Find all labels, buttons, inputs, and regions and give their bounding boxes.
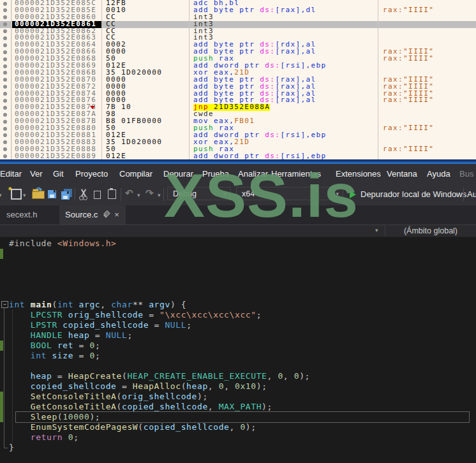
paste-icon[interactable] — [108, 189, 116, 199]
menu-item-extensiones[interactable]: Extensiones — [336, 169, 381, 179]
menu-item-bus[interactable]: Bus — [459, 169, 473, 179]
menu-item-ventana[interactable]: Ventana — [387, 169, 417, 179]
code-line[interactable]: copied_shellcode = HeapAlloc(heap, 0, 0x… — [0, 381, 476, 392]
breakpoint-dot-icon[interactable] — [3, 133, 7, 137]
breakpoint-dot-icon[interactable] — [3, 15, 7, 19]
save-all-icon[interactable] — [61, 191, 70, 200]
code-line[interactable]: return 0; — [0, 432, 476, 443]
instruction-cell: add dword ptr ds:[rsi],ebp — [189, 62, 378, 70]
code-line[interactable] — [0, 259, 476, 269]
menu-item-git[interactable]: Git — [53, 169, 64, 179]
menu-item-analizar[interactable]: Analizar — [238, 169, 268, 179]
menu-item-compilar[interactable]: Compilar — [119, 169, 152, 179]
tab-strip: secext.h Source.c× — [0, 205, 476, 224]
menu-item-herramientas[interactable]: Herramientas — [271, 169, 321, 179]
breakpoint-dot-icon[interactable] — [3, 64, 7, 68]
copy-icon[interactable] — [94, 191, 101, 199]
menu-item-depurar[interactable]: Depurar — [163, 169, 193, 179]
code-token — [9, 341, 31, 350]
new-project-caret-icon[interactable]: ▾ — [23, 192, 26, 198]
breakpoint-dot-icon[interactable] — [3, 113, 7, 117]
breakpoint-dot-icon[interactable] — [3, 22, 7, 26]
code-line[interactable]: int size = 0; — [0, 351, 476, 361]
breakpoint-dot-icon[interactable] — [3, 36, 7, 40]
code-line[interactable] — [0, 279, 476, 290]
cut-icon[interactable] — [78, 189, 88, 199]
redo-caret-icon[interactable]: ▾ — [158, 192, 161, 198]
scope-dropdown[interactable]: (Ámbito global) — [385, 225, 476, 237]
redo-icon[interactable]: ↷ — [145, 187, 154, 199]
member-dropdown-caret-icon[interactable]: ▾ — [375, 227, 378, 233]
close-icon[interactable]: × — [114, 205, 119, 224]
start-debug-play-icon[interactable] — [350, 191, 356, 198]
breakpoint-dot-icon[interactable] — [3, 57, 7, 61]
gutter-cell — [0, 21, 11, 28]
undo-caret-icon[interactable]: ▾ — [137, 192, 140, 198]
code-line[interactable]: SetConsoleTitleA(orig_shellcode); — [0, 392, 476, 402]
menu-item-ver[interactable]: Ver — [30, 169, 43, 179]
code-editor[interactable]: − #include <Windows.h>int main(int argc,… — [0, 237, 476, 463]
breakpoint-dot-icon[interactable] — [3, 120, 7, 124]
start-debug-button[interactable]: Depurador local de Windows — [361, 189, 466, 199]
breakpoint-dot-icon[interactable] — [3, 2, 7, 6]
breakpoint-dot-icon[interactable] — [3, 8, 7, 12]
code-line[interactable] — [0, 290, 476, 300]
gutter-cell — [0, 104, 11, 111]
code-token: , — [267, 371, 278, 381]
breakpoint-dot-icon[interactable] — [3, 106, 7, 110]
code-line[interactable]: } — [0, 443, 476, 453]
breakpoint-dot-icon[interactable] — [3, 140, 7, 144]
instruction-token: [rsi],ebp — [280, 153, 326, 160]
tab-source-c[interactable]: Source.c× — [59, 205, 126, 224]
code-line[interactable] — [0, 249, 476, 259]
toolbar-overflow-label[interactable]: Au — [467, 189, 476, 199]
code-line[interactable] — [0, 269, 476, 279]
gutter-cell — [0, 0, 11, 7]
code-token: 0x10 — [235, 381, 257, 391]
code-token: ( — [52, 300, 57, 309]
pin-icon[interactable] — [103, 210, 109, 217]
breakpoint-dot-icon[interactable] — [3, 99, 7, 103]
breakpoint-dot-icon[interactable] — [3, 78, 7, 82]
tab-secext-h[interactable]: secext.h — [0, 205, 57, 224]
breakpoint-dot-icon[interactable] — [3, 85, 7, 89]
menu-item-ayuda[interactable]: Ayuda — [427, 169, 450, 179]
code-token: HeapCreate — [68, 371, 122, 381]
code-line[interactable]: LPSTR copied_shellcode = NULL; — [0, 320, 476, 330]
code-line[interactable]: LPCSTR orig_shellcode = "\xcc\xcc\xcc\xc… — [0, 310, 476, 320]
open-file-icon[interactable]: ↷ — [32, 188, 45, 196]
start-debug-caret-icon[interactable]: ▾ — [456, 192, 459, 198]
breakpoint-dot-icon[interactable] — [3, 43, 7, 47]
code-token: #include — [9, 239, 57, 248]
disassembly-pane[interactable]: 0000021D352E085C12FBadc bh,bl0000021D352… — [0, 0, 476, 161]
new-project-icon[interactable]: * — [11, 189, 22, 200]
save-icon[interactable] — [48, 190, 56, 198]
breakpoint-dot-icon[interactable] — [3, 29, 7, 33]
configuration-dropdown[interactable]: Debug ▾ — [167, 187, 231, 200]
breakpoint-dot-icon[interactable] — [3, 127, 7, 131]
menu-item-prueba[interactable]: Prueba — [202, 169, 229, 179]
code-line[interactable]: EnumSystemCodePagesW(copied_shellcode, 0… — [0, 422, 476, 432]
code-line[interactable]: GetConsoleTitleA(copied_shellcode, MAX_P… — [0, 402, 476, 412]
breakpoint-dot-icon[interactable] — [3, 92, 7, 96]
code-line[interactable]: int main(int argc, char** argv) { — [0, 300, 476, 310]
platform-dropdown[interactable]: x64 ▾ — [236, 187, 343, 200]
menu-item-editar[interactable]: Editar — [0, 169, 22, 179]
code-line[interactable]: heap = HeapCreate(HEAP_CREATE_ENABLE_EXE… — [0, 371, 476, 381]
toolbar-overflow-caret-icon[interactable]: ▾ — [0, 192, 2, 198]
jump-highlight: jnp 21D352E088A — [193, 104, 270, 111]
gutter-cell — [0, 62, 11, 70]
disasm-row[interactable]: 0000021D352E0889012Eadd dword ptr ds:[rs… — [0, 153, 476, 160]
undo-icon[interactable]: ↶ — [125, 187, 133, 199]
collapse-region-icon[interactable]: − — [1, 301, 8, 308]
breakpoint-dot-icon[interactable] — [3, 71, 7, 75]
code-line[interactable]: #include <Windows.h> — [0, 239, 476, 249]
menu-item-proyecto[interactable]: Proyecto — [75, 169, 108, 179]
code-line[interactable] — [0, 361, 476, 371]
breakpoint-dot-icon[interactable] — [3, 50, 7, 54]
breakpoint-dot-icon[interactable] — [3, 147, 7, 151]
breakpoint-dot-icon[interactable] — [3, 154, 7, 158]
code-line[interactable]: BOOL ret = 0; — [0, 341, 476, 351]
code-line[interactable]: HANDLE heap = NULL; — [0, 330, 476, 341]
instruction-token: [rax],al — [275, 84, 316, 91]
